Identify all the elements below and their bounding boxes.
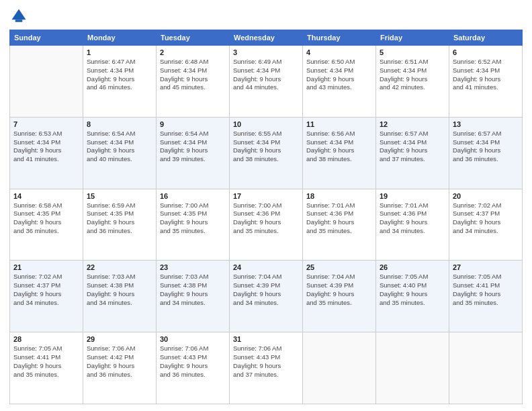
- weekday-header-thursday: Thursday: [303, 30, 376, 46]
- day-detail: Sunrise: 6:57 AMSunset: 4:34 PMDaylight:…: [380, 130, 445, 164]
- calendar-body: 1Sunrise: 6:47 AMSunset: 4:34 PMDaylight…: [10, 46, 523, 404]
- calendar-cell: 22Sunrise: 7:03 AMSunset: 4:38 PMDayligh…: [83, 261, 157, 332]
- calendar-cell: 15Sunrise: 6:59 AMSunset: 4:35 PMDayligh…: [83, 189, 157, 261]
- calendar-cell: 26Sunrise: 7:05 AMSunset: 4:40 PMDayligh…: [376, 261, 449, 332]
- day-detail: Sunrise: 6:47 AMSunset: 4:34 PMDaylight:…: [87, 58, 152, 92]
- day-detail: Sunrise: 7:06 AMSunset: 4:43 PMDaylight:…: [160, 345, 226, 379]
- calendar-cell: [376, 332, 449, 404]
- day-detail: Sunrise: 6:51 AMSunset: 4:34 PMDaylight:…: [380, 58, 445, 92]
- day-detail: Sunrise: 6:52 AMSunset: 4:34 PMDaylight:…: [453, 58, 519, 92]
- calendar-cell: 25Sunrise: 7:04 AMSunset: 4:39 PMDayligh…: [303, 261, 376, 332]
- weekday-header-monday: Monday: [83, 30, 157, 46]
- day-number: 3: [233, 48, 299, 56]
- calendar-cell: 7Sunrise: 6:53 AMSunset: 4:34 PMDaylight…: [10, 117, 83, 189]
- logo: [9, 7, 31, 26]
- day-detail: Sunrise: 6:54 AMSunset: 4:34 PMDaylight:…: [160, 130, 226, 164]
- day-detail: Sunrise: 7:05 AMSunset: 4:41 PMDaylight:…: [13, 345, 79, 379]
- calendar-cell: 16Sunrise: 7:00 AMSunset: 4:35 PMDayligh…: [157, 189, 230, 261]
- day-detail: Sunrise: 7:01 AMSunset: 4:36 PMDaylight:…: [306, 201, 372, 236]
- calendar-header: SundayMondayTuesdayWednesdayThursdayFrid…: [10, 30, 523, 46]
- calendar-cell: [10, 46, 83, 118]
- calendar-cell: 20Sunrise: 7:02 AMSunset: 4:37 PMDayligh…: [449, 189, 523, 261]
- day-detail: Sunrise: 7:02 AMSunset: 4:37 PMDaylight:…: [13, 273, 79, 307]
- day-number: 12: [380, 120, 445, 128]
- week-row: 28Sunrise: 7:05 AMSunset: 4:41 PMDayligh…: [10, 332, 523, 404]
- day-number: 9: [160, 120, 226, 128]
- day-detail: Sunrise: 6:55 AMSunset: 4:34 PMDaylight:…: [233, 130, 299, 164]
- page: SundayMondayTuesdayWednesdayThursdayFrid…: [0, 0, 532, 411]
- day-number: 25: [306, 263, 372, 271]
- day-number: 19: [380, 192, 445, 200]
- weekday-header-wednesday: Wednesday: [230, 30, 303, 46]
- weekday-header-saturday: Saturday: [449, 30, 523, 46]
- week-row: 14Sunrise: 6:58 AMSunset: 4:35 PMDayligh…: [10, 189, 523, 261]
- calendar-cell: 5Sunrise: 6:51 AMSunset: 4:34 PMDaylight…: [376, 46, 449, 118]
- day-number: 10: [233, 120, 299, 128]
- calendar-cell: 3Sunrise: 6:49 AMSunset: 4:34 PMDaylight…: [230, 46, 303, 118]
- day-number: 14: [13, 192, 79, 200]
- day-detail: Sunrise: 7:06 AMSunset: 4:42 PMDaylight:…: [87, 345, 152, 379]
- day-number: 16: [160, 192, 226, 200]
- day-detail: Sunrise: 7:05 AMSunset: 4:40 PMDaylight:…: [380, 273, 445, 307]
- day-detail: Sunrise: 7:00 AMSunset: 4:35 PMDaylight:…: [160, 201, 226, 236]
- day-detail: Sunrise: 6:58 AMSunset: 4:35 PMDaylight:…: [13, 201, 79, 236]
- calendar: SundayMondayTuesdayWednesdayThursdayFrid…: [9, 30, 523, 404]
- day-detail: Sunrise: 6:48 AMSunset: 4:34 PMDaylight:…: [160, 58, 226, 92]
- calendar-cell: 29Sunrise: 7:06 AMSunset: 4:42 PMDayligh…: [83, 332, 157, 404]
- day-detail: Sunrise: 6:49 AMSunset: 4:34 PMDaylight:…: [233, 58, 299, 92]
- day-number: 31: [233, 335, 299, 343]
- week-row: 7Sunrise: 6:53 AMSunset: 4:34 PMDaylight…: [10, 117, 523, 189]
- calendar-cell: 14Sunrise: 6:58 AMSunset: 4:35 PMDayligh…: [10, 189, 83, 261]
- day-detail: Sunrise: 7:05 AMSunset: 4:41 PMDaylight:…: [453, 273, 519, 307]
- calendar-cell: 23Sunrise: 7:03 AMSunset: 4:38 PMDayligh…: [157, 261, 230, 332]
- day-number: 15: [87, 192, 152, 200]
- day-number: 4: [306, 48, 372, 56]
- day-detail: Sunrise: 7:02 AMSunset: 4:37 PMDaylight:…: [453, 201, 519, 236]
- day-detail: Sunrise: 6:57 AMSunset: 4:34 PMDaylight:…: [453, 130, 519, 164]
- calendar-cell: 18Sunrise: 7:01 AMSunset: 4:36 PMDayligh…: [303, 189, 376, 261]
- day-detail: Sunrise: 6:56 AMSunset: 4:34 PMDaylight:…: [306, 130, 372, 164]
- day-number: 21: [13, 263, 79, 271]
- day-detail: Sunrise: 7:06 AMSunset: 4:43 PMDaylight:…: [233, 345, 299, 379]
- calendar-cell: 9Sunrise: 6:54 AMSunset: 4:34 PMDaylight…: [157, 117, 230, 189]
- day-detail: Sunrise: 7:00 AMSunset: 4:36 PMDaylight:…: [233, 201, 299, 236]
- day-number: 6: [453, 48, 519, 56]
- day-detail: Sunrise: 7:01 AMSunset: 4:36 PMDaylight:…: [380, 201, 445, 236]
- day-number: 1: [87, 48, 152, 56]
- calendar-cell: 8Sunrise: 6:54 AMSunset: 4:34 PMDaylight…: [83, 117, 157, 189]
- day-number: 8: [87, 120, 152, 128]
- calendar-cell: 1Sunrise: 6:47 AMSunset: 4:34 PMDaylight…: [83, 46, 157, 118]
- calendar-cell: 21Sunrise: 7:02 AMSunset: 4:37 PMDayligh…: [10, 261, 83, 332]
- calendar-cell: 30Sunrise: 7:06 AMSunset: 4:43 PMDayligh…: [157, 332, 230, 404]
- calendar-cell: 4Sunrise: 6:50 AMSunset: 4:34 PMDaylight…: [303, 46, 376, 118]
- day-number: 23: [160, 263, 226, 271]
- calendar-cell: 2Sunrise: 6:48 AMSunset: 4:34 PMDaylight…: [157, 46, 230, 118]
- day-number: 27: [453, 263, 519, 271]
- weekday-header-tuesday: Tuesday: [157, 30, 230, 46]
- day-detail: Sunrise: 7:04 AMSunset: 4:39 PMDaylight:…: [233, 273, 299, 307]
- calendar-cell: 13Sunrise: 6:57 AMSunset: 4:34 PMDayligh…: [449, 117, 523, 189]
- calendar-cell: [303, 332, 376, 404]
- day-number: 29: [87, 335, 152, 343]
- calendar-cell: 6Sunrise: 6:52 AMSunset: 4:34 PMDaylight…: [449, 46, 523, 118]
- calendar-cell: 10Sunrise: 6:55 AMSunset: 4:34 PMDayligh…: [230, 117, 303, 189]
- calendar-cell: [449, 332, 523, 404]
- day-detail: Sunrise: 7:03 AMSunset: 4:38 PMDaylight:…: [160, 273, 226, 307]
- day-number: 28: [13, 335, 79, 343]
- day-number: 24: [233, 263, 299, 271]
- day-number: 2: [160, 48, 226, 56]
- day-number: 11: [306, 120, 372, 128]
- day-detail: Sunrise: 7:04 AMSunset: 4:39 PMDaylight:…: [306, 273, 372, 307]
- day-number: 22: [87, 263, 152, 271]
- day-detail: Sunrise: 6:53 AMSunset: 4:34 PMDaylight:…: [13, 130, 79, 164]
- svg-marker-0: [12, 9, 26, 20]
- logo-icon: [9, 7, 28, 26]
- day-number: 5: [380, 48, 445, 56]
- calendar-cell: 31Sunrise: 7:06 AMSunset: 4:43 PMDayligh…: [230, 332, 303, 404]
- day-number: 18: [306, 192, 372, 200]
- calendar-cell: 28Sunrise: 7:05 AMSunset: 4:41 PMDayligh…: [10, 332, 83, 404]
- day-number: 7: [13, 120, 79, 128]
- day-number: 20: [453, 192, 519, 200]
- day-number: 26: [380, 263, 445, 271]
- day-number: 30: [160, 335, 226, 343]
